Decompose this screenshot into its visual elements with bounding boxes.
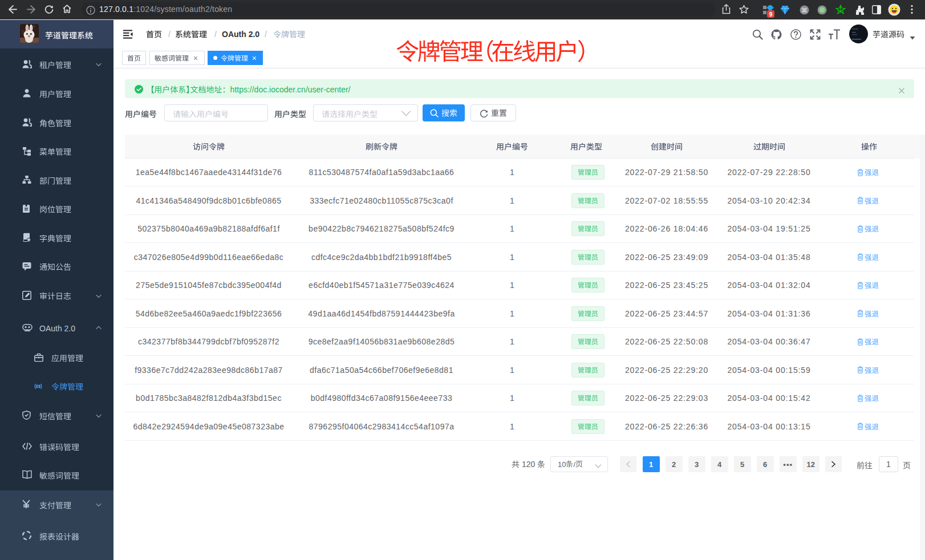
- svg-text:9: 9: [769, 11, 773, 18]
- svg-text:⌘: ⌘: [801, 7, 808, 14]
